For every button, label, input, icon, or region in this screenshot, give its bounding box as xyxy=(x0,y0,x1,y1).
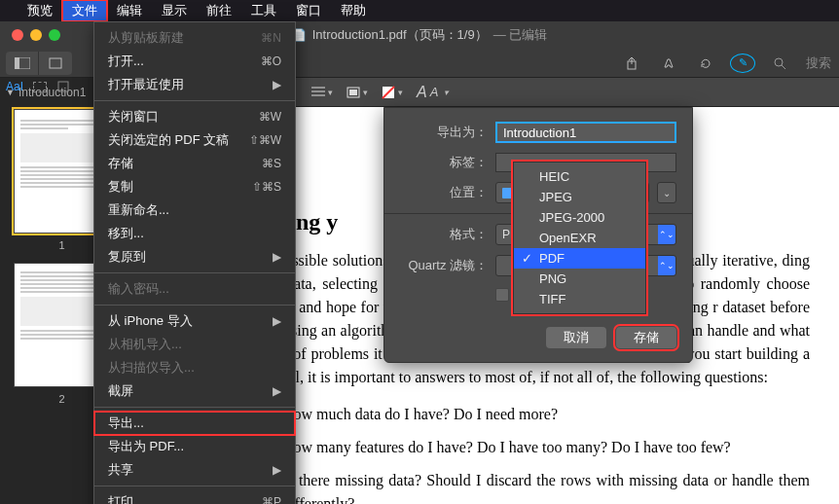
search-icon[interactable] xyxy=(763,52,796,75)
svg-point-4 xyxy=(775,58,783,66)
menu-import-iphone[interactable]: 从 iPhone 导入▶ xyxy=(94,309,295,333)
rotate-icon[interactable] xyxy=(689,52,722,75)
format-option-jpeg2000[interactable]: JPEG-2000 xyxy=(514,207,645,228)
menu-export[interactable]: 导出... xyxy=(94,412,295,435)
svg-rect-2 xyxy=(50,58,61,68)
markup-circle-icon[interactable]: ✎ xyxy=(730,54,755,73)
menu-window[interactable]: 窗口 xyxy=(286,0,331,21)
menu-open[interactable]: 打开...⌘O xyxy=(94,50,295,73)
search-placeholder[interactable]: 搜索 xyxy=(806,54,831,72)
share-icon[interactable] xyxy=(615,52,648,75)
menu-export-as-pdf[interactable]: 导出为 PDF... xyxy=(94,435,295,458)
format-option-pdf[interactable]: PDF xyxy=(514,248,645,269)
quartz-filter-label: Quartz 滤镜： xyxy=(400,257,488,274)
sidebar-toggle-icon[interactable] xyxy=(6,52,39,75)
menu-share[interactable]: 共享▶ xyxy=(94,458,295,482)
menu-view[interactable]: 显示 xyxy=(152,0,197,21)
alignment-icon[interactable]: ▾ xyxy=(311,87,333,98)
menu-open-recent[interactable]: 打开最近使用▶ xyxy=(94,73,295,96)
menu-move-to[interactable]: 移到... xyxy=(94,222,295,245)
export-as-label: 导出为： xyxy=(400,124,488,141)
zoom-window-button[interactable] xyxy=(49,29,60,41)
menu-help[interactable]: 帮助 xyxy=(331,0,376,21)
format-option-heic[interactable]: HEIC xyxy=(514,166,645,187)
traffic-lights xyxy=(0,29,60,41)
menu-tools[interactable]: 工具 xyxy=(241,0,286,21)
format-options-popup: HEIC JPEG JPEG-2000 OpenEXR PDF PNG TIFF xyxy=(513,162,646,314)
menu-close-window[interactable]: 关闭窗口⌘W xyxy=(94,105,295,128)
fill-color-icon[interactable]: ▾ xyxy=(382,86,403,99)
menu-import-scanner: 从扫描仪导入... xyxy=(94,356,295,379)
tags-label: 标签： xyxy=(400,154,488,171)
encrypt-checkbox[interactable] xyxy=(495,288,509,302)
doc-bullet: How many features do I have? Do I have t… xyxy=(282,436,810,459)
menu-save[interactable]: 存储⌘S xyxy=(94,152,295,175)
border-icon[interactable]: ▾ xyxy=(347,87,368,98)
minimize-window-button[interactable] xyxy=(30,29,42,41)
highlight-icon[interactable] xyxy=(652,52,685,75)
edited-indicator: — 已编辑 xyxy=(493,26,548,44)
menu-duplicate[interactable]: 复制⇧⌘S xyxy=(94,175,295,198)
close-window-button[interactable] xyxy=(12,29,23,41)
menu-revert-to[interactable]: 复原到▶ xyxy=(94,245,295,269)
menu-edit[interactable]: 编辑 xyxy=(107,0,152,21)
svg-rect-1 xyxy=(15,57,19,69)
menu-enter-password: 输入密码... xyxy=(94,277,295,301)
format-label: 格式： xyxy=(400,226,488,243)
text-select-mode-icon[interactable]: AaI xyxy=(6,80,23,93)
cancel-button[interactable]: 取消 xyxy=(546,327,606,348)
select-arrows-icon: ⌃⌄ xyxy=(658,225,675,244)
menu-app[interactable]: 预览 xyxy=(18,0,62,21)
crop-mode-icon[interactable] xyxy=(56,80,70,93)
zoom-segment-icon[interactable] xyxy=(39,52,72,75)
expand-location-button[interactable]: ⌄ xyxy=(657,182,676,203)
text-style-icon[interactable]: AA▾ xyxy=(417,84,449,101)
menu-print[interactable]: 打印...⌘P xyxy=(94,490,295,504)
format-option-tiff[interactable]: TIFF xyxy=(514,289,645,309)
menu-screenshot[interactable]: 截屏▶ xyxy=(94,379,295,403)
file-menu-dropdown: 从剪贴板新建⌘N 打开...⌘O 打开最近使用▶ 关闭窗口⌘W 关闭选定的 PD… xyxy=(93,21,296,504)
menu-new-from-clipboard: 从剪贴板新建⌘N xyxy=(94,26,295,50)
system-menubar: 预览 文件 编辑 显示 前往 工具 窗口 帮助 xyxy=(0,0,839,21)
menu-rename[interactable]: 重新命名... xyxy=(94,198,295,222)
page-number-2: 2 xyxy=(58,393,64,405)
format-option-openexr[interactable]: OpenEXR xyxy=(514,228,645,248)
menu-import-camera: 从相机导入... xyxy=(94,333,295,356)
format-option-png[interactable]: PNG xyxy=(514,269,645,289)
save-button[interactable]: 存储 xyxy=(616,327,676,348)
export-filename-input[interactable] xyxy=(495,122,676,143)
format-option-jpeg[interactable]: JPEG xyxy=(514,187,645,207)
menu-file[interactable]: 文件 xyxy=(62,0,107,21)
markup-icon[interactable]: ✎ xyxy=(726,52,759,75)
location-label: 位置： xyxy=(400,184,488,201)
doc-bullet: Is there missing data? Should I discard … xyxy=(282,469,810,504)
menu-close-selected-pdf[interactable]: 关闭选定的 PDF 文稿⇧⌘W xyxy=(94,128,295,152)
title-text: Introduction1.pdf（页码：1/9） xyxy=(312,26,488,44)
window-title: 📄 Introduction1.pdf（页码：1/9） — 已编辑 xyxy=(292,26,548,44)
menu-go[interactable]: 前往 xyxy=(197,0,241,21)
doc-bullet: How much data do I have? Do I need more? xyxy=(282,403,810,426)
page-number-1: 1 xyxy=(58,239,64,251)
svg-rect-6 xyxy=(349,90,357,95)
rect-select-mode-icon[interactable] xyxy=(33,82,47,92)
sidebar-view-segment[interactable] xyxy=(6,52,72,75)
svg-rect-8 xyxy=(58,82,68,91)
select-arrows-icon: ⌃⌄ xyxy=(658,256,675,275)
